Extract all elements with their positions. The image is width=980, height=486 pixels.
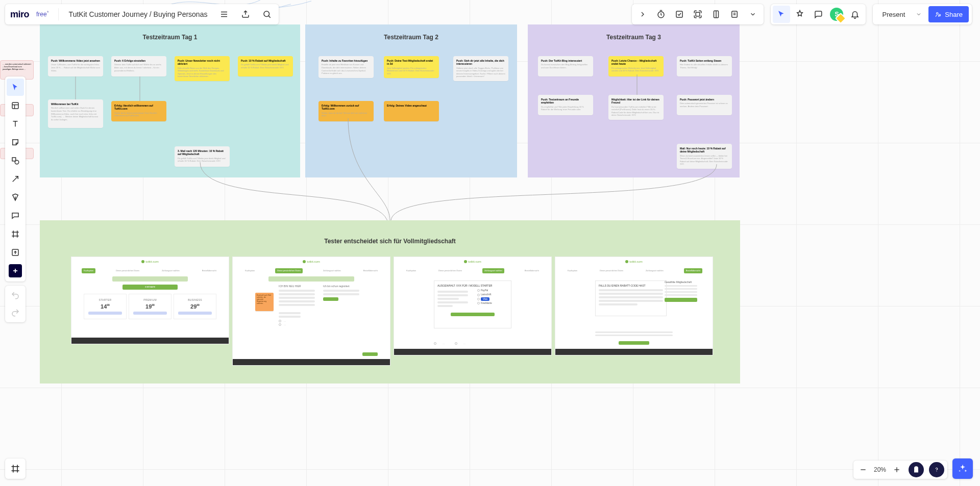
more-tools-button[interactable]: [9, 264, 22, 277]
svg-point-12: [937, 13, 939, 15]
card[interactable]: Möglichkeit: Hier ist der Link für deine…: [608, 95, 664, 120]
card[interactable]: Push: Testzeitraum an Freunde empfehlenD…: [538, 95, 593, 115]
expand-right-panel-icon[interactable]: [634, 6, 651, 23]
shape-tool-icon[interactable]: [7, 152, 24, 169]
svg-rect-17: [12, 158, 16, 161]
present-dropdown-icon[interactable]: [912, 11, 925, 17]
card[interactable]: 3. Mail nach 120 Minuten: 10 % Rabatt au…: [175, 146, 230, 167]
zoom-out-icon[interactable]: [856, 461, 870, 478]
creation-toolbar: [5, 76, 26, 282]
svg-point-18: [15, 160, 19, 164]
card[interactable]: Push: Unser Newsletter noch nicht aktivi…: [175, 56, 230, 81]
note-list-icon[interactable]: [726, 6, 743, 23]
share-button[interactable]: Share: [928, 6, 969, 22]
main-menu-icon[interactable]: [215, 6, 233, 23]
export-icon[interactable]: [237, 6, 254, 23]
miro-logo[interactable]: miro: [10, 9, 29, 20]
attention-icon[interactable]: [689, 6, 706, 23]
frame-tool-icon[interactable]: [7, 225, 24, 243]
activity-bell-icon[interactable]: [846, 6, 864, 23]
search-icon[interactable]: [258, 6, 276, 23]
zoom-in-icon[interactable]: [890, 461, 903, 478]
sticky-note[interactable]: Eventuell nach Feld aufteilen, die optio…: [255, 293, 274, 311]
interaction-mode-group: S: [771, 4, 866, 24]
select-tool-icon[interactable]: [7, 79, 24, 96]
wireframe-payment[interactable]: tutkit.com Kaufoption Deine persönlichen…: [394, 257, 551, 355]
card[interactable]: Push: Passwort jetzt ändernDein automati…: [677, 95, 732, 115]
wireframe-register[interactable]: tutkit.com Kaufoption Deine persönlichen…: [233, 257, 390, 365]
sticky-tool-icon[interactable]: [7, 134, 24, 151]
fit-to-screen-icon[interactable]: [909, 462, 924, 477]
collab-more-icon[interactable]: [744, 6, 762, 23]
wireframe-pricing[interactable]: tutkit.com Kaufoption Deine persönlichen…: [71, 257, 229, 344]
undo-icon[interactable]: [7, 287, 24, 304]
frame-day2-title: Testzeitraum Tag 2: [305, 34, 517, 41]
zoom-controls: 20%: [853, 461, 947, 479]
svg-point-35: [936, 471, 937, 472]
present-share-group: Present Share: [873, 4, 972, 24]
card[interactable]: Mail: Nur noch heute: 10 % Rabatt auf de…: [677, 144, 732, 169]
svg-point-3: [264, 11, 270, 17]
text-tool-icon[interactable]: [7, 115, 24, 133]
timer-icon[interactable]: [652, 6, 670, 23]
svg-line-19: [13, 176, 18, 182]
user-avatar[interactable]: S: [830, 8, 843, 21]
board-title[interactable]: TutKit Customer Journey / Buying Persona…: [65, 10, 212, 18]
frames-panel-button[interactable]: [5, 458, 26, 479]
frame-fullmember-title: Tester entscheidet sich für Vollmitglied…: [40, 238, 740, 245]
offscreen-note-text: … werden automatisch aktiviert – bzw.Dow…: [3, 63, 31, 70]
divider: [58, 8, 59, 20]
estimation-icon[interactable]: [707, 6, 725, 23]
cursor-mode-icon[interactable]: [773, 6, 790, 23]
comment-tool-icon[interactable]: [7, 207, 24, 224]
card[interactable]: Push: 6 Erfolge einstellenStimme dein Tu…: [111, 56, 166, 76]
svg-rect-14: [12, 103, 18, 109]
frame-fullmember[interactable]: Tester entscheidet sich für Vollmitglied…: [40, 220, 740, 383]
templates-tool-icon[interactable]: [7, 97, 24, 114]
plan-badge[interactable]: free: [33, 11, 52, 18]
cta: [362, 352, 378, 356]
card[interactable]: Erfolg: Deines Video angeschaut: [384, 101, 439, 121]
undo-redo-group: [5, 286, 26, 322]
wireframe-summary[interactable]: tutkit.com Kaufoption Deine persönlichen…: [555, 257, 713, 355]
card[interactable]: Push: Der TutKit-Blog interessiertDu kan…: [538, 56, 593, 76]
arrow-tool-icon[interactable]: [7, 170, 24, 188]
card[interactable]: Push: TutKit Seiten entlang SteamHier fi…: [677, 56, 732, 76]
frame-day1-title: Testzeitraum Tag 1: [40, 34, 300, 41]
comments-panel-icon[interactable]: [810, 6, 827, 23]
svg-line-4: [269, 16, 271, 17]
upload-tool-icon[interactable]: [7, 244, 24, 261]
present-button[interactable]: Present: [876, 6, 911, 22]
collab-tools-group: [632, 4, 764, 24]
svg-rect-6: [676, 11, 682, 17]
pen-tool-icon[interactable]: [7, 189, 24, 206]
redo-icon[interactable]: [7, 304, 24, 321]
topbar-left: miro free TutKit Customer Journey / Buyi…: [5, 4, 279, 24]
card[interactable]: Willkommen bei TutKitHerzlich willkommen…: [48, 99, 103, 128]
card[interactable]: Push: Letzte Chance – Mitgliedschaft end…: [608, 56, 664, 76]
card[interactable]: Push: Sieh dir jetzt alle Inhalte, die d…: [453, 56, 508, 81]
zoom-level[interactable]: 20%: [872, 466, 888, 473]
card[interactable]: Erfolg: Willkommen zurück auf TutKit.com…: [318, 101, 374, 121]
miro-ai-button[interactable]: [952, 458, 973, 479]
help-icon[interactable]: [929, 462, 944, 477]
reactions-icon[interactable]: [791, 6, 808, 23]
card[interactable]: Push: 10 % Rabatt auf MitgliedschaftDu g…: [238, 56, 293, 76]
voting-icon[interactable]: [671, 6, 688, 23]
frame-day3-title: Testzeitraum Tag 3: [528, 34, 740, 41]
card[interactable]: Push: Willkommens-Video jetzt ansehenUns…: [48, 56, 103, 76]
card[interactable]: Push: Deine Test-Mitgliedschaft endet in…: [384, 56, 439, 78]
card[interactable]: Erfolg: Herzlich willkommen auf TutKit.c…: [111, 101, 166, 121]
svg-rect-7: [696, 12, 700, 16]
card[interactable]: Push: Inhalte zu Favoriten hinzufügenErs…: [318, 56, 374, 78]
